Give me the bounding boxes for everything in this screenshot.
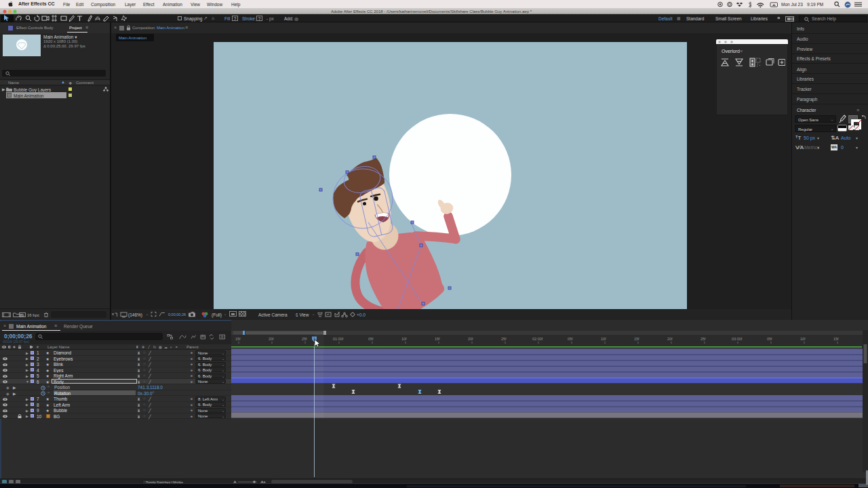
- svg-text:05f: 05f: [767, 337, 772, 341]
- svg-text:20f: 20f: [269, 337, 274, 341]
- svg-text:8b: 8b: [20, 313, 24, 317]
- svg-text:❉: ❉: [142, 345, 144, 349]
- svg-text:01:00f: 01:00f: [333, 337, 344, 341]
- svg-text:15f: 15f: [435, 337, 440, 341]
- svg-text:⚭: ⚭: [175, 345, 178, 349]
- svg-text:02:00f: 02:00f: [532, 337, 543, 341]
- svg-text:10f: 10f: [601, 337, 606, 341]
- svg-text:20f: 20f: [468, 337, 473, 341]
- svg-text:05f: 05f: [368, 337, 374, 341]
- svg-text:15f: 15f: [634, 337, 639, 341]
- svg-text:◑: ◑: [170, 345, 172, 349]
- svg-text:03:00f: 03:00f: [732, 337, 743, 341]
- svg-text:♜: ♜: [136, 345, 138, 349]
- svg-text:05f: 05f: [568, 337, 573, 341]
- svg-text:10f: 10f: [401, 337, 407, 341]
- svg-text:╱: ╱: [147, 345, 151, 349]
- svg-text:#: #: [37, 345, 39, 349]
- svg-text:25f: 25f: [701, 337, 706, 341]
- svg-text:20f: 20f: [667, 337, 673, 341]
- svg-text:15f: 15f: [235, 337, 241, 341]
- svg-text:☁: ☁: [164, 345, 167, 349]
- svg-text:25f: 25f: [501, 337, 507, 341]
- svg-text:15f: 15f: [833, 337, 839, 341]
- svg-text:10f: 10f: [800, 337, 806, 341]
- svg-text:fx: fx: [153, 345, 156, 349]
- svg-text:25f: 25f: [302, 337, 307, 341]
- svg-text:▦: ▦: [159, 345, 162, 349]
